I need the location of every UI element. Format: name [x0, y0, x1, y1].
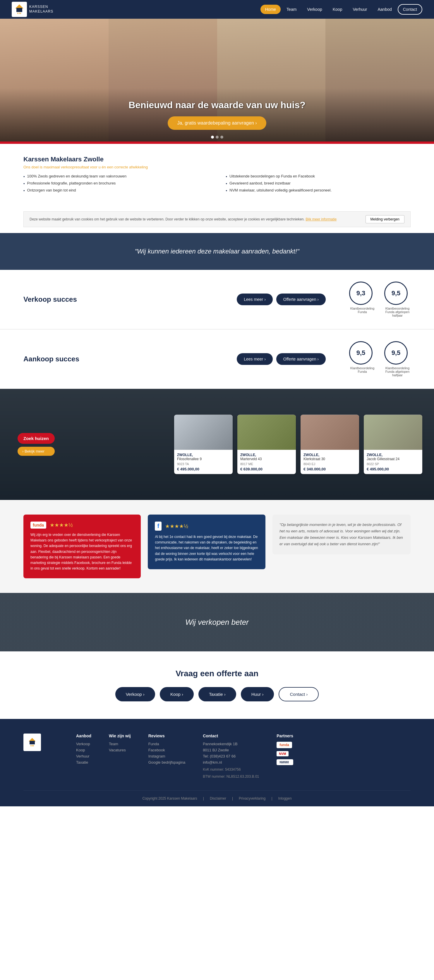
footer-privacy[interactable]: Privacyverklaring: [239, 796, 265, 800]
cookie-more-link[interactable]: Bijk meer informatie: [306, 217, 337, 221]
hero-dot-2[interactable]: [216, 136, 219, 138]
nav-aanbod[interactable]: Aanbod: [373, 5, 396, 14]
footer-logo-icon: KM: [23, 733, 41, 751]
sell-better-banner: Wij verkopen beter: [0, 593, 434, 651]
hero-section: Benieuwd naar de waarde van uw huis? Ja,…: [0, 19, 434, 142]
logo[interactable]: KM KARSSEN MAKELAARS: [12, 2, 53, 17]
facebook-review-card: f ★★★★½ Al bij het 1e contact had ik een…: [148, 515, 265, 569]
hero-dot-3[interactable]: [220, 136, 223, 138]
footer-link-facebook[interactable]: Facebook: [148, 748, 185, 752]
partner-nvm: NVM: [276, 751, 288, 756]
facebook-review-header: f ★★★★½: [155, 522, 258, 531]
review-quote-text: "Op belangrijkste momenten in je leven, …: [279, 522, 404, 547]
property-city-3: ZWOLLE,: [303, 453, 356, 457]
footer-link-verkoop[interactable]: Verkoop: [76, 742, 91, 746]
footer-bottom: Copyright 2025 Karssen Makelaars | Discl…: [23, 790, 411, 800]
property-street-2: Marterveld 43: [240, 457, 293, 461]
offer-title: Vraag een offerte aan: [23, 669, 411, 678]
footer-address-1: Pannekoekendijk 1B: [203, 742, 259, 746]
property-city-1: ZWOLLE,: [177, 453, 230, 457]
bullet-4: •: [226, 174, 227, 179]
property-card-2[interactable]: ZWOLLE, Marterveld 43 8017 ME € 639.000,…: [237, 415, 296, 474]
footer-link-vacatures[interactable]: Vacatures: [109, 748, 131, 752]
nav-contact[interactable]: Contact: [398, 4, 422, 14]
partner-nwwi: NWWI: [276, 759, 293, 765]
nav-verhuur[interactable]: Verhuur: [348, 5, 372, 14]
property-zip-4: 8022 SP: [367, 462, 420, 466]
funda-review-card: funda ★★★★½ Wij zijn erg te vreden over …: [23, 515, 141, 578]
aankoop-rating-1: 9,5 Klantbeoordeling Funda: [349, 341, 375, 377]
property-image-4: [364, 415, 422, 450]
offer-verkoop-button[interactable]: Verkoop ›: [115, 687, 155, 702]
footer-link-verhuur[interactable]: Verhuur: [76, 754, 91, 758]
property-search-section: Zoek huizen Bekijk meer ZWOLLE, Filosofe…: [0, 389, 434, 500]
offer-huur-button[interactable]: Huur ›: [241, 687, 274, 702]
search-badge-red[interactable]: Zoek huizen: [18, 433, 55, 444]
facebook-logo: f: [155, 522, 161, 531]
feature-2: • Professionele fotografie, plattegronde…: [23, 181, 208, 186]
funda-stars: ★★★★½: [50, 522, 73, 528]
property-card-3[interactable]: ZWOLLE, Klerkstraat 30 8043 EJ € 340.000…: [300, 415, 359, 474]
aankoop-offerte-button[interactable]: Offerte aanvragen ›: [276, 353, 326, 365]
footer-tel: Tel: (038)423 67 66: [203, 754, 259, 758]
footer-col-contact: Contact Pannekoekendijk 1B 8011 BJ Zwoll…: [203, 733, 259, 779]
footer-btw: BTW nummer: NL8S12.63.203.B.01: [203, 775, 259, 779]
sell-better-text: Wij verkopen beter: [185, 618, 249, 627]
nav-verkoop[interactable]: Verkoop: [302, 5, 327, 14]
hero-cta-button[interactable]: Ja, gratis waardebepaling aanvragen ›: [168, 116, 266, 130]
reviews-section: funda ★★★★½ Wij zijn erg te vreden over …: [0, 500, 434, 593]
property-zip-1: 9023 TA: [177, 462, 230, 466]
footer-disclaimer[interactable]: Disclaimer: [210, 796, 226, 800]
feature-3: • Ontzorgen van begin tot eind: [23, 188, 208, 192]
verkoop-rating-circle-2: 9,5: [384, 282, 408, 305]
cookie-hide-button[interactable]: Melding verbergen: [365, 215, 404, 223]
company-title: Karssen Makelaars Zwolle: [23, 156, 411, 163]
property-cards: ZWOLLE, Filosofenallee 9 9023 TA € 495.0…: [174, 415, 422, 474]
property-price-1: € 495.000,00: [177, 467, 230, 471]
verkoop-rating-label-2: Klantbeoordeling Funda afgelopen halfjaa…: [384, 307, 411, 317]
aankoop-ratings: 9,5 Klantbeoordeling Funda 9,5 Klantbeoo…: [349, 341, 411, 377]
footer-link-google[interactable]: Google bedrijfspagina: [148, 760, 185, 765]
bullet-3: •: [23, 188, 25, 192]
footer-col-reviews: Reviews Funda Facebook Instagram Google …: [148, 733, 185, 779]
bullet-2: •: [23, 181, 25, 186]
footer-link-team[interactable]: Team: [109, 742, 131, 746]
aankoop-rating-circle-2: 9,5: [384, 341, 408, 364]
footer-link-koop[interactable]: Koop: [76, 748, 91, 752]
nav-team[interactable]: Team: [282, 5, 301, 14]
hero-dot-1[interactable]: [211, 136, 214, 138]
nav-home[interactable]: Home: [260, 5, 281, 14]
partner-funda: funda: [276, 742, 292, 748]
offer-buttons: Verkoop › Koop › Taxatie › Huur › Contac…: [23, 687, 411, 702]
property-card-4[interactable]: ZWOLLE, Jacob Gillesstraat 24 8022 SP € …: [364, 415, 422, 474]
hero-content: Benieuwd naar de waarde van uw huis? Ja,…: [12, 100, 422, 130]
bullet-1: •: [23, 174, 25, 179]
search-badge-orange[interactable]: Bekijk meer: [18, 447, 55, 456]
verkoop-lees-meer-button[interactable]: Lees meer ›: [237, 294, 273, 305]
aankoop-lees-meer-button[interactable]: Lees meer ›: [237, 353, 273, 365]
footer-col-reviews-title: Reviews: [148, 733, 185, 738]
cookie-banner: Deze website maakt gebruik van cookies o…: [23, 212, 411, 227]
footer-link-taxatie[interactable]: Taxatie: [76, 760, 91, 765]
property-card-1[interactable]: ZWOLLE, Filosofenallee 9 9023 TA € 495.0…: [174, 415, 233, 474]
footer-col-contact-title: Contact: [203, 733, 259, 738]
footer-link-funda[interactable]: Funda: [148, 742, 185, 746]
offer-koop-button[interactable]: Koop ›: [160, 687, 194, 702]
company-subtitle: Ons doel is maximaal verkoopresultaat vo…: [23, 165, 411, 169]
property-street-1: Filosofenallee 9: [177, 457, 230, 461]
property-street-4: Jacob Gillesstraat 24: [367, 457, 420, 461]
offer-taxatie-button[interactable]: Taxatie ›: [198, 687, 236, 702]
property-image-1: [174, 415, 233, 450]
feature-4: • Uitstekende beoordelingen op Funda en …: [226, 174, 411, 179]
offer-contact-button[interactable]: Contact ›: [279, 687, 319, 702]
logo-text: KARSSEN MAKELAARS: [29, 5, 53, 14]
footer-address-2: 8011 BJ Zwolle: [203, 748, 259, 752]
footer-link-instagram[interactable]: Instagram: [148, 754, 185, 758]
verkoop-offerte-button[interactable]: Offerte aanvragen ›: [276, 294, 326, 305]
footer-login[interactable]: Inloggen: [278, 796, 292, 800]
search-badge: Zoek huizen Bekijk meer: [18, 433, 55, 456]
testimonial-quote: "Wij kunnen iedereen deze makelaar aanra…: [135, 248, 299, 255]
footer-copyright: Copyright 2025 Karssen Makelaars: [142, 796, 197, 800]
nav-koop[interactable]: Koop: [328, 5, 347, 14]
footer-partners-list: funda NVM NWWI: [276, 742, 293, 765]
